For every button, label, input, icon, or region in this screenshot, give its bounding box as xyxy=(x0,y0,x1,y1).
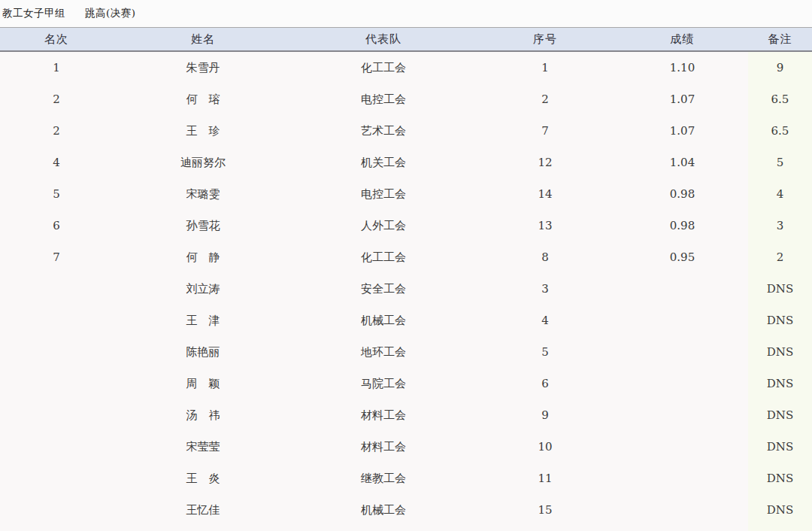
rank-cell xyxy=(0,368,113,399)
note-cell: 3 xyxy=(748,210,812,241)
table-row: 汤 祎材料工会9DNS xyxy=(0,399,812,431)
team-cell: 机械工会 xyxy=(293,494,474,526)
bib-cell: 12 xyxy=(474,147,617,178)
header-row: 名次 姓名 代表队 序号 成绩 备注 xyxy=(0,28,812,52)
name-cell: 刘立涛 xyxy=(113,273,293,305)
team-cell: 化工工会 xyxy=(293,51,474,83)
name-cell: 汤 祎 xyxy=(113,399,293,431)
note-cell: DNS xyxy=(748,399,812,431)
table-row: 7何 静化工工会80.952 xyxy=(0,241,812,273)
bib-cell: 13 xyxy=(474,210,617,241)
note-cell: 5 xyxy=(748,147,812,178)
name-cell: 王 珍 xyxy=(113,115,293,147)
note-cell: DNS xyxy=(748,336,812,368)
rank-cell xyxy=(0,526,113,531)
bib-cell: 5 xyxy=(474,336,617,368)
table-row: 宋莹莹材料工会10DNS xyxy=(0,431,812,463)
header-note: 备注 xyxy=(748,28,812,52)
result-cell: 1.10 xyxy=(617,51,748,83)
team-cell: 材料工会 xyxy=(293,431,474,463)
event-group-label: 教工女子甲组 xyxy=(2,7,65,20)
result-cell: 0.98 xyxy=(617,210,748,241)
table-body: 1朱雪丹化工工会11.1092何 瑢电控工会21.076.52王 珍艺术工会71… xyxy=(0,51,812,531)
note-cell: 6.5 xyxy=(748,83,812,115)
team-cell: 人外工会 xyxy=(293,210,474,241)
team-cell: 机关工会 xyxy=(293,147,474,178)
result-cell xyxy=(617,494,748,526)
header-name: 姓名 xyxy=(113,28,293,52)
rank-cell xyxy=(0,336,113,368)
rank-cell xyxy=(0,305,113,336)
note-cell: DNS xyxy=(748,463,812,494)
table-row: 2王 珍艺术工会71.076.5 xyxy=(0,115,812,147)
bib-cell: 1 xyxy=(474,51,617,83)
name-cell: 陈艳丽 xyxy=(113,336,293,368)
result-cell xyxy=(617,305,748,336)
bib-cell: 8 xyxy=(474,241,617,273)
name-cell: 迪丽努尔 xyxy=(113,147,293,178)
team-cell: 材料工会 xyxy=(293,399,474,431)
result-cell: 0.98 xyxy=(617,178,748,210)
result-cell xyxy=(617,368,748,399)
results-table: 名次 姓名 代表队 序号 成绩 备注 1朱雪丹化工工会11.1092何 瑢电控工… xyxy=(0,27,812,531)
name-cell: 何 瑢 xyxy=(113,83,293,115)
table-row: 5宋璐雯电控工会140.984 xyxy=(0,178,812,210)
note-cell: DNS xyxy=(748,273,812,305)
header-bib: 序号 xyxy=(474,28,617,52)
name-cell: 王 津 xyxy=(113,305,293,336)
table-row: 王 炎继教工会11DNS xyxy=(0,463,812,494)
bib-cell: 6 xyxy=(474,368,617,399)
table-row: 2何 瑢电控工会21.076.5 xyxy=(0,83,812,115)
bib-cell: 9 xyxy=(474,399,617,431)
rank-cell: 4 xyxy=(0,147,113,178)
table-row: 刘立涛安全工会3DNS xyxy=(0,273,812,305)
result-cell: 1.04 xyxy=(617,147,748,178)
table-row: 周 颖马院工会6DNS xyxy=(0,368,812,399)
table-row: 王忆佳机械工会15DNS xyxy=(0,494,812,526)
bib-cell: 16 xyxy=(474,526,617,531)
note-cell: DNS xyxy=(748,526,812,531)
name-cell: 宋璐雯 xyxy=(113,178,293,210)
bib-cell: 15 xyxy=(474,494,617,526)
note-cell: DNS xyxy=(748,305,812,336)
header-rank: 名次 xyxy=(0,28,113,52)
rank-cell: 2 xyxy=(0,83,113,115)
rank-cell xyxy=(0,463,113,494)
team-cell: 艺术工会 xyxy=(293,115,474,147)
rank-cell xyxy=(0,494,113,526)
rank-cell: 6 xyxy=(0,210,113,241)
name-cell: 周 颖 xyxy=(113,368,293,399)
result-cell xyxy=(617,526,748,531)
note-cell: 6.5 xyxy=(748,115,812,147)
table-row: 4迪丽努尔机关工会121.045 xyxy=(0,147,812,178)
result-cell xyxy=(617,399,748,431)
result-cell: 1.07 xyxy=(617,83,748,115)
table-row: 陈艳丽地环工会5DNS xyxy=(0,336,812,368)
rank-cell xyxy=(0,431,113,463)
result-cell xyxy=(617,273,748,305)
bib-cell: 4 xyxy=(474,305,617,336)
name-cell: 何 静 xyxy=(113,241,293,273)
rank-cell: 7 xyxy=(0,241,113,273)
result-cell: 0.95 xyxy=(617,241,748,273)
rank-cell: 2 xyxy=(0,115,113,147)
result-cell: 1.07 xyxy=(617,115,748,147)
bib-cell: 14 xyxy=(474,178,617,210)
bib-cell: 7 xyxy=(474,115,617,147)
rank-cell xyxy=(0,273,113,305)
table-row: 王晓璐机关工会16DNS xyxy=(0,526,812,531)
team-cell: 电控工会 xyxy=(293,178,474,210)
team-cell: 机关工会 xyxy=(293,526,474,531)
note-cell: 9 xyxy=(748,51,812,83)
team-cell: 化工工会 xyxy=(293,241,474,273)
team-cell: 继教工会 xyxy=(293,463,474,494)
note-cell: 2 xyxy=(748,241,812,273)
result-cell xyxy=(617,431,748,463)
name-cell: 王 炎 xyxy=(113,463,293,494)
table-row: 1朱雪丹化工工会11.109 xyxy=(0,51,812,83)
team-cell: 马院工会 xyxy=(293,368,474,399)
page-title: 教工女子甲组 跳高(决赛) xyxy=(0,0,812,27)
team-cell: 机械工会 xyxy=(293,305,474,336)
note-cell: DNS xyxy=(748,368,812,399)
name-cell: 王晓璐 xyxy=(113,526,293,531)
